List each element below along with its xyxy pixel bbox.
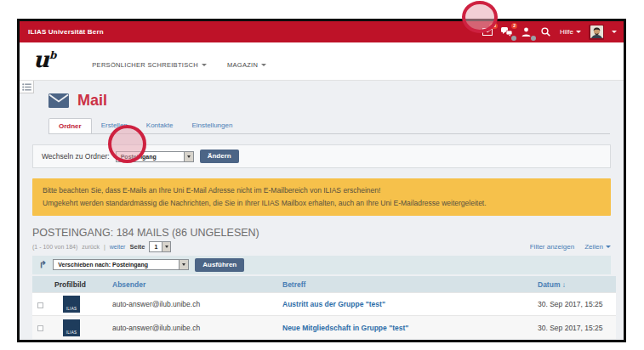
- sender-avatar: ILIAS: [63, 319, 80, 336]
- pagination-separator: |: [104, 244, 105, 250]
- online-count-badge: [531, 36, 536, 41]
- browser-frame: ILIAS Universität Bern 86: [17, 19, 626, 342]
- col-header-absender[interactable]: Absender: [112, 280, 145, 289]
- site-header: ub PERSÖNLICHER SCHREIBTISCH MAGAZIN: [20, 42, 624, 81]
- page-header: Mail: [48, 92, 624, 110]
- mail-tabs: Ordner Erstellen Kontakte Einstellungen: [48, 118, 610, 134]
- subject-link[interactable]: Neue Mitgliedschaft in Gruppe "test": [282, 324, 408, 332]
- mail-page-icon: [48, 93, 69, 108]
- chevron-down-icon: [261, 64, 266, 66]
- mail-button[interactable]: 86: [482, 26, 493, 38]
- logo-b: b: [49, 49, 56, 61]
- search-icon: [541, 27, 550, 37]
- tree-view-toggle[interactable]: [20, 81, 34, 93]
- pagination-range: (1 - 100 von 184): [32, 244, 77, 250]
- pagination-back-link[interactable]: zurück: [82, 244, 100, 250]
- screenshot-stage: ILIAS Universität Bern 86: [0, 0, 644, 350]
- table-row[interactable]: ILIAS auto-answer@ilub.unibe.ch Austritt…: [32, 293, 616, 316]
- col-header-betreff[interactable]: Betreff: [282, 280, 305, 289]
- user-avatar[interactable]: [589, 25, 604, 40]
- search-button[interactable]: [540, 26, 552, 38]
- folder-toolbar: Wechseln zu Ordner: Posteingang Ändern: [32, 144, 611, 168]
- chat-offline-badge: [511, 36, 516, 41]
- page-title: Mail: [77, 92, 107, 110]
- avatar-chevron-down-icon[interactable]: [612, 31, 617, 33]
- tab-kontakte[interactable]: Kontakte: [137, 118, 183, 133]
- change-folder-button[interactable]: Ändern: [200, 150, 239, 163]
- dropdown-arrow-icon: [184, 152, 193, 161]
- main-navigation: PERSÖNLICHER SCHREIBTISCH MAGAZIN: [92, 61, 266, 69]
- row-checkbox[interactable]: [37, 325, 43, 331]
- sort-desc-icon: ↓: [562, 280, 566, 289]
- help-label: Hilfe: [560, 28, 573, 36]
- app-title: ILIAS Universität Bern: [28, 28, 104, 36]
- table-row[interactable]: ILIAS auto-answer@ilub.unibe.ch Neue Mit…: [32, 316, 616, 339]
- row-checkbox[interactable]: [37, 302, 43, 308]
- tab-erstellen[interactable]: Erstellen: [92, 118, 137, 133]
- chevron-down-icon: [576, 31, 581, 33]
- logo-u: u: [33, 47, 49, 72]
- page-label: Seite: [129, 243, 145, 251]
- warning-message: Bitte beachten Sie, dass E-Mails an Ihre…: [32, 178, 611, 216]
- chat-button[interactable]: 2: [501, 26, 513, 38]
- tab-ordner[interactable]: Ordner: [48, 118, 92, 133]
- sender-avatar: ILIAS: [63, 296, 80, 313]
- inbox-heading: POSTEINGANG: 184 MAILS (86 UNGELESEN): [32, 227, 611, 239]
- mail-unread-badge: 86: [489, 23, 498, 29]
- dropdown-arrow-icon: [162, 242, 170, 251]
- avatar-photo: [590, 25, 603, 38]
- nav-personal-desktop[interactable]: PERSÖNLICHER SCHREIBTISCH: [92, 61, 207, 69]
- date-cell: 30. Sep 2017, 15:25: [538, 293, 616, 316]
- subject-link[interactable]: Austritt aus der Gruppe "test": [282, 300, 385, 308]
- who-is-online-button[interactable]: [521, 26, 533, 38]
- move-toolbar: ↱ Verschieben nach: Posteingang Ausführe…: [32, 256, 611, 274]
- nav-magazin[interactable]: MAGAZIN: [227, 61, 266, 69]
- help-menu[interactable]: Hilfe: [560, 28, 581, 36]
- sender-cell: auto-answer@ilub.unibe.ch: [112, 293, 282, 316]
- pagination-row: (1 - 100 von 184) zurück | weiter Seite …: [32, 241, 611, 252]
- chevron-down-icon: [202, 64, 207, 66]
- move-to-select[interactable]: Verschieben nach: Posteingang: [53, 259, 189, 270]
- move-arrow-icon: ↱: [39, 260, 47, 269]
- col-header-datum[interactable]: Datum ↓: [538, 280, 566, 289]
- person-icon: [521, 27, 531, 37]
- rows-menu[interactable]: Zeilen: [584, 243, 611, 251]
- warning-line-2: Umgekehrt werden standardmässig die Nach…: [43, 197, 601, 210]
- table-header-row: Profilbild Absender Betreff Datum ↓: [32, 276, 616, 293]
- topbar-actions: 86 2: [482, 25, 617, 40]
- sender-cell: auto-answer@ilub.unibe.ch: [112, 316, 282, 339]
- chat-icon: [501, 27, 512, 37]
- tab-einstellungen[interactable]: Einstellungen: [182, 118, 242, 133]
- list-icon: [22, 83, 31, 91]
- date-cell: 30. Sep 2017, 15:25: [538, 316, 616, 339]
- mail-table: Profilbild Absender Betreff Datum ↓ ILIA…: [32, 276, 616, 339]
- mail-icon: [482, 28, 493, 36]
- content-area: Mail Ordner Erstellen Kontakte Einstellu…: [20, 81, 624, 340]
- folder-select[interactable]: Posteingang: [116, 151, 194, 162]
- warning-line-1: Bitte beachten Sie, dass E-Mails an Ihre…: [43, 184, 601, 197]
- chat-unread-badge: 2: [511, 23, 517, 29]
- topbar: ILIAS Universität Bern 86: [20, 21, 624, 42]
- pagination-next-link[interactable]: weiter: [110, 244, 126, 250]
- folder-select-label: Wechseln zu Ordner:: [42, 152, 110, 161]
- filter-show-link[interactable]: Filter anzeigen: [530, 243, 574, 251]
- dropdown-arrow-icon: [179, 260, 188, 269]
- col-header-profilbild: Profilbild: [54, 276, 112, 293]
- page-select[interactable]: 1: [149, 241, 171, 252]
- chevron-down-icon: [606, 246, 611, 248]
- execute-button[interactable]: Ausführen: [195, 258, 244, 272]
- unibe-logo[interactable]: ub: [33, 48, 56, 71]
